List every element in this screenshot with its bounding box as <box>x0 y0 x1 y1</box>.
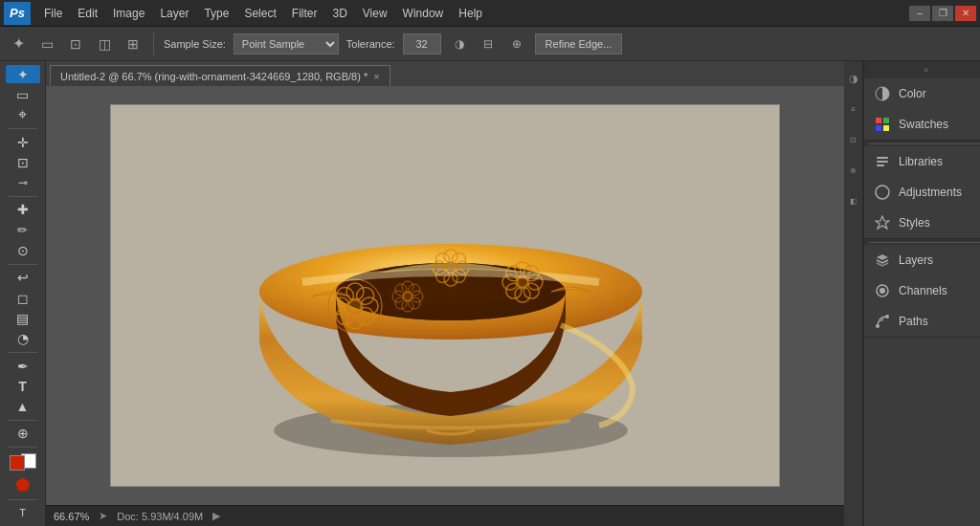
sep-line-2 <box>869 242 981 243</box>
panel-item-swatches[interactable]: Swatches <box>864 109 980 140</box>
dodge-tool[interactable]: ◔ <box>6 330 40 348</box>
options-icon-2[interactable]: ⊡ <box>65 33 86 55</box>
history-brush-tool[interactable]: ↩ <box>6 269 40 287</box>
right-panel-area: ◑ ≡ ⊡ ⊕ ◧ » C <box>844 61 980 526</box>
menu-window[interactable]: Window <box>395 2 452 25</box>
svg-rect-42 <box>876 118 881 123</box>
brush-tool[interactable]: ✏ <box>6 221 40 239</box>
screen-mode-button[interactable]: T <box>6 504 40 522</box>
contiguous-icon[interactable]: ⊟ <box>478 33 499 55</box>
svg-rect-44 <box>876 125 881 131</box>
foreground-color-swatch[interactable] <box>10 455 25 471</box>
layers-label: Layers <box>899 253 933 267</box>
doc-info: Doc: 5.93M/4.09M <box>117 511 203 522</box>
panel-item-libraries[interactable]: Libraries <box>864 146 980 177</box>
panel-header: » <box>864 61 980 78</box>
tool-sep-1 <box>9 128 37 129</box>
side-icon-2[interactable]: ≡ <box>846 96 861 122</box>
quick-mask-button[interactable]: ⬟ <box>6 474 40 495</box>
channels-label: Channels <box>899 284 947 297</box>
tolerance-input[interactable] <box>403 33 441 55</box>
crop-tool[interactable]: ⊡ <box>6 153 40 171</box>
window-controls: – ❐ ✕ <box>909 6 976 21</box>
options-icon-4[interactable]: ⊞ <box>122 33 144 55</box>
sample-size-select[interactable]: Point Sample <box>234 33 339 55</box>
panel-item-paths[interactable]: Paths <box>864 306 980 337</box>
tool-sep-7 <box>9 499 37 500</box>
side-icon-3[interactable]: ⊡ <box>846 126 861 153</box>
minimize-button[interactable]: – <box>909 6 930 21</box>
tolerance-label: Tolerance: <box>346 38 395 50</box>
color-label: Color <box>899 87 926 100</box>
type-tool[interactable]: T <box>6 377 40 395</box>
tool-sep-4 <box>9 352 37 353</box>
svg-rect-46 <box>877 157 888 159</box>
eraser-tool[interactable]: ◻ <box>6 289 40 307</box>
panel-item-adjustments[interactable]: Adjustments <box>864 177 980 208</box>
marquee-tool[interactable]: ▭ <box>6 85 40 103</box>
swatches-label: Swatches <box>899 118 948 131</box>
side-icon-4[interactable]: ⊕ <box>846 157 861 184</box>
canvas-frame <box>110 104 780 487</box>
tool-sep-2 <box>9 196 37 197</box>
zoom-level[interactable]: 66.67% <box>54 511 89 522</box>
tab-bar: Untitled-2 @ 66.7% (ring-with-ornament-3… <box>46 61 844 86</box>
panel-group-3: Layers Channels <box>864 245 980 338</box>
svg-point-13 <box>347 298 363 314</box>
sample-all-icon[interactable]: ⊕ <box>506 33 527 55</box>
panel-item-channels[interactable]: Channels <box>864 275 980 306</box>
tool-sep-3 <box>9 264 37 265</box>
tool-sep-5 <box>9 420 37 421</box>
menu-select[interactable]: Select <box>236 2 283 25</box>
menu-layer[interactable]: Layer <box>152 2 196 25</box>
menu-file[interactable]: File <box>36 2 70 25</box>
svg-point-53 <box>885 315 889 318</box>
menu-help[interactable]: Help <box>451 2 490 25</box>
close-button[interactable]: ✕ <box>955 6 976 21</box>
menu-3d[interactable]: 3D <box>324 2 354 25</box>
options-icon-3[interactable]: ◫ <box>94 33 115 55</box>
document-tab[interactable]: Untitled-2 @ 66.7% (ring-with-ornament-3… <box>50 65 390 86</box>
adjustments-panel-icon <box>874 184 891 201</box>
zoom-tool[interactable]: ⊕ <box>6 425 40 443</box>
menu-image[interactable]: Image <box>105 2 152 25</box>
status-arrow: ➤ <box>99 510 107 522</box>
anti-alias-icon[interactable]: ◑ <box>449 33 470 55</box>
menu-bar: Ps File Edit Image Layer Type Select Fil… <box>0 0 980 27</box>
libraries-panel-icon <box>874 153 891 170</box>
menu-view[interactable]: View <box>355 2 395 25</box>
side-icon-5[interactable]: ◧ <box>846 187 861 214</box>
pen-tool[interactable]: ✒ <box>6 357 40 375</box>
panel-item-color[interactable]: Color <box>864 78 980 109</box>
panel-group-1: Color Swatches <box>864 78 980 141</box>
libraries-label: Libraries <box>899 155 943 168</box>
tool-options-icon: ✦ <box>8 33 29 55</box>
shape-tool[interactable]: ▲ <box>6 398 40 416</box>
side-icon-strip: ◑ ≡ ⊡ ⊕ ◧ <box>844 61 863 526</box>
side-icon-1[interactable]: ◑ <box>846 65 861 92</box>
clone-tool[interactable]: ⊙ <box>6 242 40 260</box>
magic-wand-tool[interactable]: ✦ <box>6 65 40 83</box>
restore-button[interactable]: ❐ <box>932 6 953 21</box>
panel-item-layers[interactable]: Layers <box>864 245 980 275</box>
menu-filter[interactable]: Filter <box>284 2 325 25</box>
canvas-area: Untitled-2 @ 66.7% (ring-with-ornament-3… <box>46 61 844 526</box>
svg-point-55 <box>880 318 883 321</box>
canvas-viewport[interactable] <box>46 86 844 505</box>
panel-item-styles[interactable]: Styles <box>864 208 980 238</box>
menu-type[interactable]: Type <box>196 2 236 25</box>
tab-close-button[interactable]: × <box>373 71 379 82</box>
refine-edge-button[interactable]: Refine Edge... <box>535 33 623 55</box>
healing-tool[interactable]: ✚ <box>6 201 40 219</box>
tool-sep-6 <box>9 447 37 448</box>
styles-panel-icon <box>874 214 891 231</box>
paths-label: Paths <box>899 315 928 328</box>
eyedropper-tool[interactable]: ⊸ <box>6 174 40 192</box>
options-icon-1[interactable]: ▭ <box>36 33 57 55</box>
lasso-tool[interactable]: ⌖ <box>6 106 40 124</box>
layers-panel-icon <box>874 252 891 269</box>
menu-edit[interactable]: Edit <box>70 2 105 25</box>
move-tool[interactable]: ✛ <box>6 133 40 151</box>
gradient-tool[interactable]: ▤ <box>6 309 40 327</box>
nav-arrow[interactable]: ▶ <box>212 510 220 522</box>
